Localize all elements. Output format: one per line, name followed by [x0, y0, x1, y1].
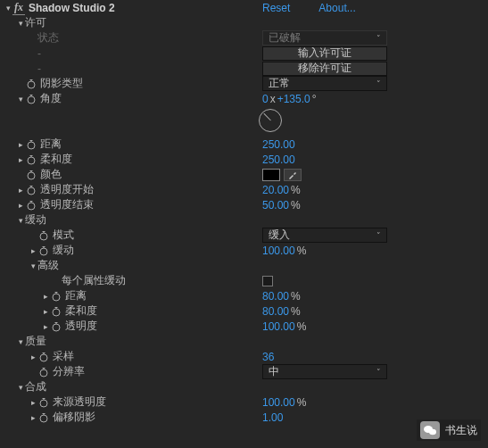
stopwatch-icon[interactable]: [50, 320, 62, 332]
angle-dial[interactable]: [259, 109, 282, 132]
stopwatch-icon[interactable]: [25, 169, 37, 180]
easing-amount-row: ▸ 缓动 100.00%: [0, 243, 488, 258]
chevron-down-icon: ˅: [376, 231, 381, 240]
param-label: -: [37, 47, 41, 60]
angle-rev-value[interactable]: 0: [262, 93, 269, 105]
color-swatch[interactable]: [262, 169, 280, 181]
opacity-start-value[interactable]: 20.00: [262, 184, 289, 196]
chevron-down-icon: ˅: [376, 79, 381, 88]
stopwatch-icon[interactable]: [25, 93, 37, 104]
chevron-down-icon[interactable]: ▾: [4, 4, 12, 12]
softness-row: ▸ 柔和度 250.00: [0, 152, 488, 167]
svg-point-36: [40, 354, 47, 361]
easing-mode-dropdown[interactable]: 缓入˅: [262, 228, 387, 243]
chevron-down-icon[interactable]: ▾: [16, 95, 25, 104]
param-label: -: [37, 62, 41, 75]
svg-point-45: [40, 415, 47, 422]
stopwatch-icon[interactable]: [25, 138, 37, 150]
svg-point-21: [40, 233, 47, 240]
chevron-right-icon[interactable]: ▸: [16, 140, 25, 149]
chevron-right-icon[interactable]: ▸: [16, 186, 25, 195]
group-label: 高级: [37, 258, 59, 273]
license-remove-row: ▾ - 移除许可证: [0, 61, 488, 76]
source-opacity-row: ▸ 来源透明度 100.00%: [0, 394, 488, 410]
stopwatch-icon[interactable]: [37, 351, 49, 362]
stopwatch-icon[interactable]: [50, 305, 62, 317]
chevron-down-icon[interactable]: ▾: [16, 337, 25, 346]
chevron-down-icon[interactable]: ▾: [16, 383, 25, 392]
param-label: 来源透明度: [53, 394, 106, 410]
source-opacity-value[interactable]: 100.00: [262, 396, 295, 409]
param-label: 颜色: [40, 167, 62, 182]
chevron-right-icon[interactable]: ▸: [41, 322, 50, 331]
stopwatch-icon[interactable]: [25, 184, 37, 195]
svg-point-3: [28, 96, 35, 104]
distance-value[interactable]: 250.00: [262, 138, 295, 151]
param-label: 缓动: [53, 243, 74, 258]
svg-point-15: [28, 187, 35, 195]
param-label: 状态: [37, 30, 59, 46]
samples-value[interactable]: 36: [262, 351, 274, 363]
enter-license-button[interactable]: 输入许可证: [262, 46, 387, 61]
group-license: ▾ 许可: [0, 15, 488, 30]
param-label: 分辨率: [53, 364, 85, 379]
param-label: 柔和度: [65, 303, 97, 319]
easing-mode-row: ▾ 模式 缓入˅: [0, 228, 488, 243]
svg-point-49: [429, 429, 436, 435]
param-label: 模式: [53, 228, 74, 243]
samples-row: ▸ 采样 36: [0, 349, 488, 364]
eyedropper-button[interactable]: [284, 169, 302, 181]
group-quality: ▾ 质量: [0, 334, 488, 349]
chevron-down-icon[interactable]: ▾: [16, 216, 25, 225]
adv-softness-value[interactable]: 80.00: [262, 305, 289, 318]
param-label: 偏移阴影: [53, 410, 95, 425]
svg-point-18: [28, 203, 35, 210]
resolution-dropdown[interactable]: 中˅: [262, 364, 387, 379]
shadow-type-dropdown[interactable]: 正常˅: [262, 76, 387, 91]
chevron-down-icon[interactable]: ▾: [29, 261, 37, 270]
stopwatch-icon[interactable]: [25, 78, 37, 89]
chevron-down-icon[interactable]: ▾: [16, 19, 25, 28]
chevron-right-icon[interactable]: ▸: [29, 353, 37, 361]
about-link[interactable]: About...: [318, 2, 355, 14]
per-prop-easing-row: ▾ 每个属性缓动: [0, 273, 488, 288]
adv-distance-value[interactable]: 80.00: [262, 290, 289, 303]
fx-icon[interactable]: fx: [12, 1, 25, 15]
chevron-right-icon[interactable]: ▸: [29, 398, 37, 407]
stopwatch-icon[interactable]: [37, 366, 49, 377]
param-label: 角度: [40, 91, 62, 106]
softness-value[interactable]: 250.00: [262, 153, 295, 166]
per-prop-checkbox[interactable]: [262, 276, 273, 286]
svg-point-33: [53, 324, 60, 331]
chevron-right-icon[interactable]: ▸: [16, 201, 25, 210]
angle-row: ▾ 角度 0x+135.0°: [0, 91, 488, 106]
chevron-right-icon[interactable]: ▸: [29, 413, 37, 422]
adv-opacity-value[interactable]: 100.00: [262, 320, 295, 333]
stopwatch-icon[interactable]: [37, 245, 49, 256]
opacity-end-value[interactable]: 50.00: [262, 199, 289, 212]
stopwatch-icon[interactable]: [37, 396, 49, 408]
param-label: 距离: [65, 288, 87, 303]
chevron-right-icon[interactable]: ▸: [41, 307, 50, 316]
stopwatch-icon[interactable]: [37, 229, 49, 241]
chevron-right-icon[interactable]: ▸: [41, 292, 50, 301]
stopwatch-icon[interactable]: [50, 290, 62, 302]
chevron-right-icon[interactable]: ▸: [16, 155, 25, 164]
stopwatch-icon[interactable]: [25, 153, 37, 165]
remove-license-button[interactable]: 移除许可证: [262, 62, 387, 76]
stopwatch-icon[interactable]: [25, 199, 37, 211]
stopwatch-icon[interactable]: [37, 411, 49, 423]
wechat-icon: [420, 421, 440, 439]
chevron-down-icon: ˅: [376, 368, 381, 377]
effect-header: ▾ fx Shadow Studio 2 Reset About...: [0, 0, 488, 15]
reset-link[interactable]: Reset: [262, 2, 290, 14]
offset-shadow-value[interactable]: 1.00: [262, 411, 283, 424]
group-advanced: ▾ 高级: [0, 258, 488, 273]
license-state-dropdown[interactable]: 已破解˅: [262, 30, 387, 46]
angle-deg-value[interactable]: +135.0: [277, 93, 310, 105]
chevron-right-icon[interactable]: ▸: [29, 246, 37, 255]
effect-name[interactable]: Shadow Studio 2: [29, 2, 115, 14]
easing-amount-value[interactable]: 100.00: [262, 245, 295, 257]
adv-softness-row: ▸ 柔和度 80.00%: [0, 303, 488, 319]
opacity-start-row: ▸ 透明度开始 20.00%: [0, 182, 488, 197]
